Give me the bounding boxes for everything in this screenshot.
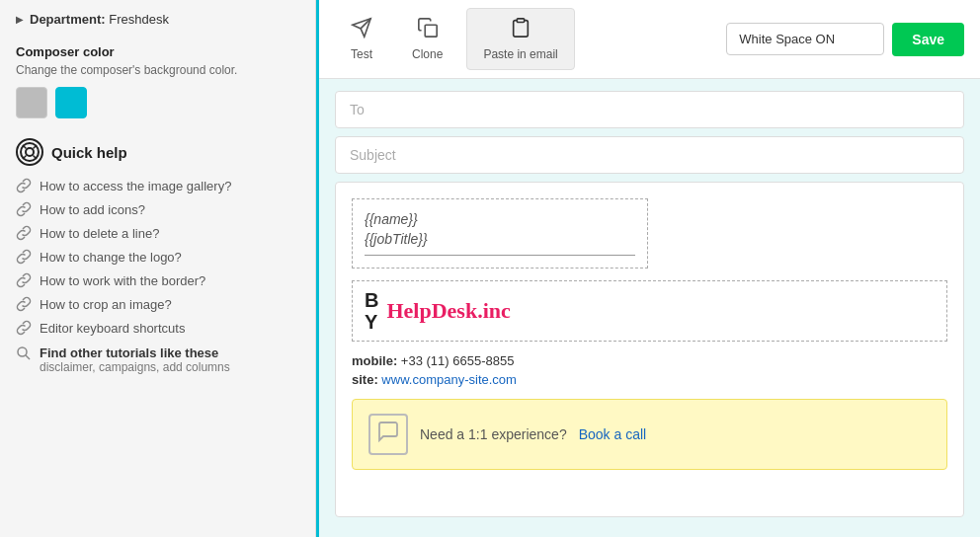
to-placeholder: To: [350, 102, 365, 117]
mobile-label: mobile:: [352, 353, 397, 368]
link-icon: [16, 225, 32, 241]
subject-field[interactable]: Subject: [335, 136, 964, 174]
svg-rect-11: [517, 19, 524, 23]
composer-color-desc: Change the composer's background color.: [16, 63, 299, 77]
send-icon: [351, 17, 372, 43]
site-link[interactable]: www.company-site.com: [381, 372, 517, 387]
save-button[interactable]: Save: [892, 23, 964, 56]
link-icon: [16, 296, 32, 312]
find-tutorials-sub: disclaimer, campaigns, add columns: [40, 360, 230, 374]
find-tutorials-bold: Find other tutorials like these: [40, 345, 230, 360]
quick-help-header: Quick help: [16, 138, 299, 166]
composer-color-section: Composer color Change the composer's bac…: [16, 44, 299, 118]
lifebuoy-icon: [19, 141, 41, 163]
svg-point-1: [26, 148, 34, 156]
help-link-item[interactable]: Editor keyboard shortcuts: [16, 320, 299, 336]
help-link-item[interactable]: How to access the image gallery?: [16, 178, 299, 193]
help-link-item[interactable]: How to change the logo?: [16, 249, 299, 265]
test-button[interactable]: Test: [335, 9, 388, 69]
help-link-text-5: How to work with the border?: [40, 273, 205, 288]
link-icon: [16, 178, 32, 193]
help-link-item[interactable]: How to work with the border?: [16, 272, 299, 288]
quick-help-icon: [16, 138, 43, 166]
sig-name: {{name}}: [365, 211, 635, 227]
department-value: Freshdesk: [109, 12, 169, 27]
to-field[interactable]: To: [335, 91, 964, 128]
help-link-item[interactable]: How to delete a line?: [16, 225, 299, 241]
department-row: ▶ Department: Freshdesk: [16, 12, 299, 27]
paste-in-email-button[interactable]: Paste in email: [466, 8, 574, 70]
find-tutorials[interactable]: Find other tutorials like these disclaim…: [16, 345, 299, 374]
mobile-info: mobile: +33 (11) 6655-8855: [352, 353, 947, 368]
subject-placeholder: Subject: [350, 147, 396, 163]
main-area: Test Clone Paste in email Save: [316, 0, 980, 537]
find-tutorials-text: Find other tutorials like these disclaim…: [40, 345, 230, 374]
toolbar: Test Clone Paste in email Save: [319, 0, 980, 79]
site-info: site: www.company-site.com: [352, 372, 947, 387]
signature-name-block: {{name}} {{jobTitle}}: [352, 198, 648, 268]
color-swatch-gray[interactable]: [16, 87, 47, 118]
email-body: {{name}} {{jobTitle}} BY HelpDesk.inc mo…: [335, 182, 964, 517]
color-swatches: [16, 87, 299, 118]
clone-label: Clone: [412, 47, 443, 61]
quick-help-title: Quick help: [51, 144, 127, 161]
chat-icon: [368, 414, 408, 455]
help-link-item[interactable]: How to crop an image?: [16, 296, 299, 312]
help-link-text-2: How to add icons?: [40, 202, 145, 217]
composer-color-title: Composer color: [16, 44, 299, 59]
whitespace-input[interactable]: [726, 23, 884, 55]
paste-label: Paste in email: [483, 47, 557, 61]
quick-help-section: Quick help How to access the image galle…: [16, 138, 299, 374]
svg-point-6: [18, 347, 27, 356]
mobile-value: +33 (11) 6655-8855: [401, 353, 515, 368]
email-area: To Subject {{name}} {{jobTitle}} BY Help…: [319, 79, 980, 537]
clone-icon: [417, 17, 439, 43]
svg-line-7: [26, 355, 30, 359]
sig-title: {{jobTitle}}: [365, 231, 635, 256]
clone-button[interactable]: Clone: [396, 9, 458, 69]
sidebar: ▶ Department: Freshdesk Composer color C…: [0, 0, 316, 537]
help-link-text-6: How to crop an image?: [40, 297, 172, 312]
helpdesk-logo: HelpDesk.inc: [386, 298, 510, 324]
by-logo: BY: [365, 289, 378, 333]
link-icon: [16, 272, 32, 288]
help-link-text-1: How to access the image gallery?: [40, 179, 231, 193]
cta-link[interactable]: Book a call: [579, 426, 646, 442]
help-link-text-7: Editor keyboard shortcuts: [40, 321, 185, 336]
link-icon: [16, 201, 32, 217]
help-link-item[interactable]: How to add icons?: [16, 201, 299, 217]
site-label: site:: [352, 372, 378, 387]
cta-banner: Need a 1:1 experience? Book a call: [352, 399, 947, 470]
logo-row: BY HelpDesk.inc: [352, 280, 947, 342]
test-label: Test: [351, 47, 372, 61]
paste-icon: [510, 17, 531, 43]
search-icon: [16, 345, 32, 361]
cta-text: Need a 1:1 experience?: [420, 426, 567, 442]
color-swatch-teal[interactable]: [55, 87, 87, 118]
department-label: Department:: [30, 12, 106, 27]
help-link-text-3: How to delete a line?: [40, 226, 159, 241]
chevron-right-icon: ▶: [16, 14, 24, 25]
help-link-text-4: How to change the logo?: [40, 250, 182, 265]
link-icon: [16, 249, 32, 265]
link-icon: [16, 320, 32, 336]
svg-rect-10: [425, 25, 437, 37]
